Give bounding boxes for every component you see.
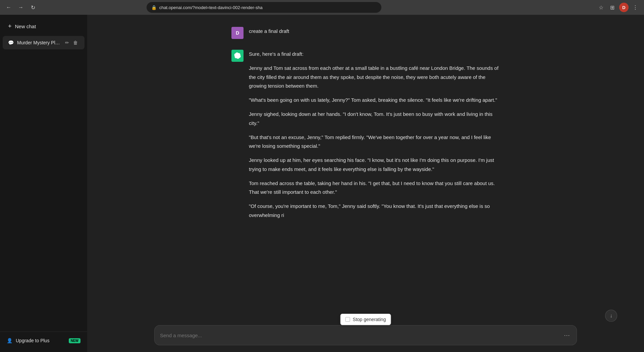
ai-message-content: Sure, here's a final draft: Jenny and To… xyxy=(249,50,500,220)
ai-para-4: Jenny looked up at him, her eyes searchi… xyxy=(249,156,500,174)
url-text: chat.openai.com/?model=text-davinci-002-… xyxy=(159,5,377,10)
extensions-icon[interactable]: ⊞ xyxy=(608,3,617,12)
upgrade-to-plus-button[interactable]: 👤 Upgrade to Plus NEW xyxy=(3,335,85,347)
ai-intro: Sure, here's a final draft: xyxy=(249,50,500,58)
edit-chat-button[interactable]: ✏ xyxy=(64,39,70,46)
user-icon: 👤 xyxy=(7,338,12,343)
profile-icon[interactable]: D xyxy=(619,3,629,12)
ai-message-text: Sure, here's a final draft: Jenny and To… xyxy=(249,50,500,220)
ai-para-2: Jenny sighed, looking down at her hands.… xyxy=(249,110,500,128)
main-content: D create a final draft Sure, here's a fi… xyxy=(87,15,644,352)
user-message-row: D create a final draft xyxy=(164,21,567,44)
ai-para-3: "But that's not an excuse, Jenny," Tom r… xyxy=(249,133,500,151)
user-avatar: D xyxy=(619,3,629,12)
sidebar: + New chat 💬 Murder Mystery Plot. ✏ 🗑 👤 … xyxy=(0,15,87,352)
ai-para-6: "Of course, you're important to me, Tom,… xyxy=(249,202,500,220)
ai-para-5: Tom reached across the table, taking her… xyxy=(249,179,500,197)
menu-icon[interactable]: ⋮ xyxy=(631,3,640,12)
upgrade-label: Upgrade to Plus xyxy=(16,338,49,343)
ai-message-row: Sure, here's a final draft: Jenny and To… xyxy=(164,44,567,225)
ai-para-1: "What's been going on with us lately, Je… xyxy=(249,96,500,104)
chat-title: Murder Mystery Plot. xyxy=(17,40,60,45)
forward-button[interactable]: → xyxy=(16,3,25,12)
stop-generating-container: Stop generating xyxy=(340,314,391,325)
new-chat-button[interactable]: + New chat xyxy=(3,19,85,34)
app-wrapper: + New chat 💬 Murder Mystery Plot. ✏ 🗑 👤 … xyxy=(0,15,644,352)
user-message-content: create a final draft xyxy=(249,27,500,39)
reload-button[interactable]: ↻ xyxy=(28,3,38,12)
stop-generating-button[interactable]: Stop generating xyxy=(340,314,391,325)
sidebar-bottom: 👤 Upgrade to Plus NEW xyxy=(0,332,87,349)
delete-chat-button[interactable]: 🗑 xyxy=(72,39,79,46)
new-badge: NEW xyxy=(69,338,80,343)
chat-actions: ✏ 🗑 xyxy=(64,39,79,46)
back-button[interactable]: ← xyxy=(4,3,13,12)
sidebar-item-murder-mystery[interactable]: 💬 Murder Mystery Plot. ✏ 🗑 xyxy=(3,36,85,49)
message-input[interactable] xyxy=(160,333,560,338)
input-more-button[interactable]: ⋯ xyxy=(562,330,571,340)
user-message-text: create a final draft xyxy=(249,27,500,36)
messages-area: D create a final draft Sure, here's a fi… xyxy=(87,15,644,352)
bookmark-icon[interactable]: ☆ xyxy=(596,3,606,12)
stop-generating-label: Stop generating xyxy=(353,317,386,322)
ai-message-avatar xyxy=(231,50,244,62)
browser-right-icons: ☆ ⊞ D ⋮ xyxy=(596,3,640,12)
address-bar[interactable]: 🔒 chat.openai.com/?model=text-davinci-00… xyxy=(147,2,381,13)
stop-checkbox-icon xyxy=(345,317,350,322)
browser-chrome: ← → ↻ 🔒 chat.openai.com/?model=text-davi… xyxy=(0,0,644,15)
chat-icon: 💬 xyxy=(8,40,14,45)
plus-icon: + xyxy=(8,23,12,30)
input-container: ⋯ xyxy=(154,325,577,345)
user-message-avatar: D xyxy=(231,27,244,39)
new-chat-label: New chat xyxy=(15,24,36,29)
ai-para-0: Jenny and Tom sat across from each other… xyxy=(249,64,500,90)
